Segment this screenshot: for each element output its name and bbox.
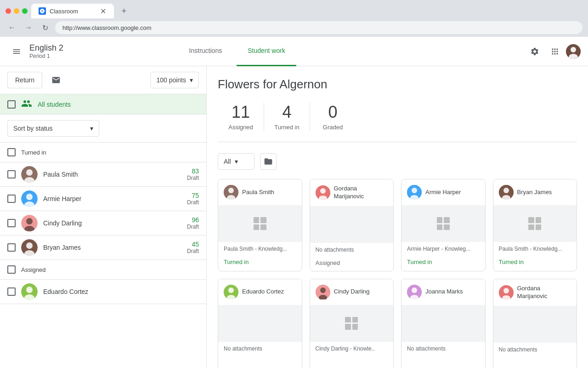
avatar [499,285,514,300]
close-window-button[interactable] [6,8,11,14]
new-tab-button[interactable]: + [118,5,130,17]
card-status: Assigned [310,257,394,271]
stat-turned-in-label: Turned in [264,124,310,131]
stat-graded-number: 0 [310,103,356,122]
section-checkbox-assigned[interactable] [7,265,16,274]
address-bar[interactable]: http://www.classroom.google.com [55,21,582,34]
card-attachment [493,205,577,242]
tab-instructions[interactable]: Instructions [178,37,233,66]
avatar [21,215,38,231]
student-checkbox-bryan[interactable] [7,243,16,252]
stat-turned-in-number: 4 [264,103,310,122]
tab-close-button[interactable]: ✕ [99,7,107,15]
card-attachment [218,205,302,242]
stat-assigned: 11 Assigned [218,103,264,131]
list-item[interactable]: Eduardo Cortez [0,280,206,304]
menu-button[interactable] [7,42,26,61]
top-nav: English 2 Period 1 Instructions Student … [0,37,588,66]
back-button[interactable]: ← [6,21,18,34]
student-card[interactable]: Paula Smith Paula Smith - Knowledg... Tu… [218,179,302,271]
list-item[interactable]: Cindy Darling 96 Draft [0,211,206,236]
left-panel: Return 100 points ▾ All students Sort [0,66,207,368]
student-name-armie: Armie Harper [43,195,181,202]
card-student-name: Cindy Darling [334,288,370,296]
student-card[interactable]: Cindy Darling Cindy Darling - Knowle.. [310,279,394,368]
avatar [21,190,38,207]
student-card[interactable]: Joanna Marks No attachments [401,279,486,368]
card-status: Turned in [218,256,302,270]
card-attachment [310,305,394,342]
maximize-window-button[interactable] [22,8,28,14]
avatar [407,285,422,299]
points-select[interactable]: 100 points ▾ [150,72,199,88]
student-checkbox-paula[interactable] [7,170,16,178]
card-attachment [401,205,485,242]
active-tab[interactable]: Classroom ✕ [31,4,114,18]
svg-point-37 [412,288,417,293]
student-checkbox-cindy[interactable] [7,219,16,227]
stat-turned-in: 4 Turned in [264,103,310,131]
minimize-window-button[interactable] [14,8,19,14]
avatar [316,185,330,200]
tab-title: Classroom [50,8,78,15]
student-card[interactable]: Gordana Marijanovic No attachments [493,279,577,368]
all-students-checkbox[interactable] [7,100,16,109]
section-checkbox-turned-in[interactable] [7,148,16,156]
student-checkbox-armie[interactable] [7,195,16,203]
student-grade-armie: 75 Draft [187,192,199,206]
avatar [407,185,422,200]
student-name-cindy: Cindy Darling [43,219,181,227]
all-students-row[interactable]: All students [0,94,206,115]
filter-select[interactable]: All ▾ [218,153,254,170]
stat-graded: 0 Graded [310,103,356,131]
card-status: Turned in [493,256,577,270]
card-attachment [401,305,485,342]
forward-button[interactable]: → [22,21,35,34]
student-card[interactable]: Bryan James Paula Smith - Knowledg... Tu… [493,179,577,271]
sort-select[interactable]: Sort by status ▾ [7,120,99,137]
svg-point-25 [412,188,417,193]
list-item[interactable]: Armie Harper 75 Draft [0,187,206,211]
avatar [21,239,38,256]
stat-assigned-number: 11 [218,103,264,122]
list-item[interactable]: Bryan James 45 Draft [0,236,206,260]
student-card[interactable]: Gordana Marijanovic No attachments Assig… [310,179,394,271]
card-attachment-text: Cindy Darling - Knowle.. [310,342,394,356]
tab-student-work[interactable]: Student work [237,37,296,66]
course-period: Period 1 [29,53,63,59]
return-button[interactable]: Return [7,72,42,88]
attachment-icon [528,217,541,230]
avatar [499,185,514,200]
card-student-name: Gordana Marijanovic [517,285,571,300]
card-header: Armie Harper [401,179,485,205]
reload-button[interactable]: ↻ [39,21,51,34]
attachment-icon [345,317,358,330]
assignment-title: Flowers for Algernon [218,77,577,92]
student-card[interactable]: Eduardo Cortez No attachments [218,279,302,368]
card-attachment-text: No attachments [493,343,577,356]
mail-button[interactable] [48,72,64,88]
svg-point-22 [320,188,326,194]
stat-assigned-label: Assigned [218,124,264,131]
card-student-name: Paula Smith [242,189,274,196]
card-attachment-text: Paula Smith - Knowledg... [493,242,577,256]
svg-point-40 [503,288,509,293]
apps-button[interactable] [546,42,564,61]
avatar [21,283,38,300]
folder-button[interactable] [260,153,277,170]
card-student-name: Gordana Marijanovic [334,185,388,201]
svg-point-13 [26,242,33,249]
card-attachment [310,206,394,243]
student-checkbox-eduardo[interactable] [7,288,16,296]
user-avatar[interactable] [566,44,581,59]
student-name-bryan: Bryan James [43,244,181,251]
avatar [224,185,238,200]
avatar [21,166,38,183]
list-item[interactable]: Paula Smith 83 Draft [0,162,206,187]
all-students-label: All students [38,101,71,108]
points-chevron-icon: ▾ [190,76,193,84]
settings-button[interactable] [526,42,544,61]
student-name-eduardo: Eduardo Cortez [43,288,199,295]
left-toolbar: Return 100 points ▾ [0,66,206,94]
student-card[interactable]: Armie Harper Armie Harper - Knowleg... T… [401,179,486,271]
